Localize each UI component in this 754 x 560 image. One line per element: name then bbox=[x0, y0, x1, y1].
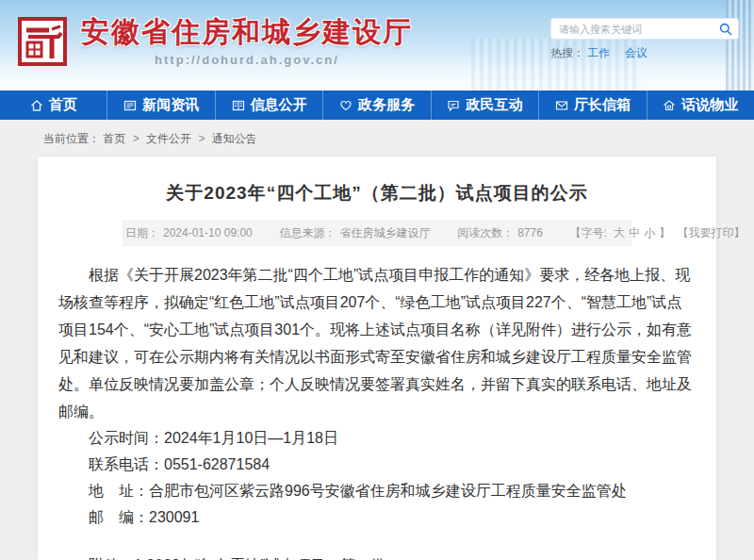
meta-views: 8776 bbox=[517, 226, 543, 239]
nav-label: 厅长信箱 bbox=[574, 96, 631, 114]
article-container: 关于2023年“四个工地”（第二批）试点项目的公示 日期：2024-01-10 … bbox=[38, 156, 716, 560]
attachment-row: 附件：1.2023年“红色工地”试点项目（第二批） bbox=[58, 550, 696, 560]
hot-search-link-meeting[interactable]: 会议 bbox=[625, 46, 647, 59]
breadcrumb: 当前位置： 首页 > 文件公开 > 通知公告 bbox=[0, 120, 754, 156]
services-icon bbox=[339, 99, 352, 112]
search-box bbox=[550, 18, 739, 40]
article-title: 关于2023年“四个工地”（第二批）试点项目的公示 bbox=[58, 181, 696, 206]
interaction-icon bbox=[447, 99, 460, 112]
nav-item-home[interactable]: 首页 bbox=[0, 91, 107, 120]
nav-label: 话说物业 bbox=[681, 96, 738, 114]
breadcrumb-separator: > bbox=[198, 132, 205, 145]
article-paragraph: 根据《关于开展2023年第二批“四个工地”试点项目申报工作的通知》要求，经各地上… bbox=[58, 261, 696, 425]
site-banner: 安徽省住房和城乡建设厅 http://dohurd.ah.gov.cn/ 热搜：… bbox=[0, 0, 754, 91]
meta-date: 2024-01-10 09:00 bbox=[163, 226, 253, 239]
nav-label: 政务服务 bbox=[358, 96, 415, 114]
site-identity: 安徽省住房和城乡建设厅 http://dohurd.ah.gov.cn/ bbox=[81, 16, 413, 67]
site-brand: 安徽省住房和城乡建设厅 http://dohurd.ah.gov.cn/ bbox=[17, 16, 413, 67]
article-body: 根据《关于开展2023年第二批“四个工地”试点项目申报工作的通知》要求，经各地上… bbox=[58, 261, 696, 560]
postcode-line: 邮 编：230091 bbox=[58, 504, 696, 531]
breadcrumb-label: 当前位置： bbox=[43, 132, 100, 145]
font-size-small-button[interactable]: 小 bbox=[644, 226, 655, 239]
meta-source: 省住房城乡建设厅 bbox=[339, 226, 430, 239]
print-button[interactable]: 【我要打印】 bbox=[678, 226, 746, 239]
nav-label: 首页 bbox=[49, 96, 77, 114]
site-title: 安徽省住房和城乡建设厅 bbox=[81, 16, 413, 48]
nav-item-news[interactable]: 新闻资讯 bbox=[107, 91, 215, 120]
font-size-suffix: 】 bbox=[659, 226, 670, 239]
home-icon bbox=[30, 99, 43, 112]
breadcrumb-item-home[interactable]: 首页 bbox=[103, 132, 125, 145]
mailbox-icon bbox=[555, 99, 568, 112]
nav-item-info-disclosure[interactable]: 信息公开 bbox=[216, 91, 323, 120]
meta-views-label: 阅读次数： bbox=[457, 226, 514, 239]
nav-item-services[interactable]: 政务服务 bbox=[323, 91, 431, 120]
nav-item-interaction[interactable]: 政民互动 bbox=[432, 91, 539, 120]
meta-date-label: 日期： bbox=[125, 226, 159, 239]
address-line: 地 址：合肥市包河区紫云路996号安徽省住房和城乡建设厅工程质量安全监管处 bbox=[58, 478, 696, 504]
nav-item-mailbox[interactable]: 厅长信箱 bbox=[539, 91, 647, 120]
font-size-large-button[interactable]: 大 bbox=[614, 226, 625, 239]
news-icon bbox=[123, 99, 137, 112]
site-logo-icon bbox=[17, 16, 68, 67]
font-size-medium-button[interactable]: 中 bbox=[629, 226, 640, 239]
article-meta-bar: 日期：2024-01-10 09:00 信息来源：省住房城乡建设厅 阅读次数：8… bbox=[123, 221, 631, 246]
publicity-period-line: 公示时间：2024年1月10日—1月18日 bbox=[58, 425, 696, 452]
info-disclosure-icon bbox=[232, 99, 245, 112]
attachments-list: 附件：1.2023年“红色工地”试点项目（第二批） 2.2023年“绿色工地”试… bbox=[58, 550, 696, 560]
nav-label: 新闻资讯 bbox=[142, 96, 199, 114]
page-background: 当前位置： 首页 > 文件公开 > 通知公告 关于2023年“四个工地”（第二批… bbox=[0, 120, 754, 560]
hot-search-label: 热搜： bbox=[550, 46, 584, 59]
breadcrumb-item-documents[interactable]: 文件公开 bbox=[146, 132, 191, 145]
site-url: http://dohurd.ah.gov.cn/ bbox=[81, 53, 413, 67]
contact-phone-line: 联系电话：0551-62871584 bbox=[58, 452, 696, 478]
main-nav: 首页 新闻资讯 信息公开 政务服务 政民互动 厅长信箱 bbox=[0, 91, 754, 120]
property-icon bbox=[663, 99, 676, 112]
search-area: 热搜： 工作 会议 bbox=[550, 18, 739, 61]
search-icon[interactable] bbox=[719, 23, 732, 36]
search-input[interactable] bbox=[559, 24, 719, 35]
hot-search-link-work[interactable]: 工作 bbox=[587, 46, 610, 59]
nav-label: 信息公开 bbox=[251, 96, 307, 114]
font-size-prefix: 【字号: bbox=[570, 226, 611, 239]
hot-search: 热搜： 工作 会议 bbox=[550, 45, 739, 61]
breadcrumb-separator: > bbox=[133, 132, 139, 145]
nav-item-property[interactable]: 话说物业 bbox=[647, 91, 754, 120]
nav-label: 政民互动 bbox=[466, 96, 522, 114]
breadcrumb-item-notices[interactable]: 通知公告 bbox=[212, 132, 257, 145]
meta-source-label: 信息来源： bbox=[279, 226, 336, 239]
